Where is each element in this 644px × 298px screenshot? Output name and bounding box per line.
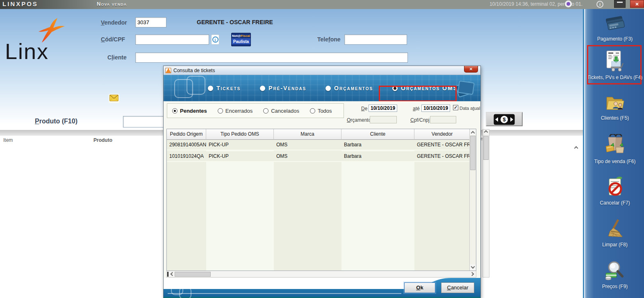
table-header-row: Pedido Origem Tipo Pedido OMS Marca Clie… <box>167 129 470 140</box>
status-filter-group: Pendentes Encerrados Cancelados Todos <box>167 103 344 118</box>
vendedor-name: GERENTE - OSCAR FREIRE <box>197 19 273 25</box>
vendedor-label: Vendedor <box>101 19 127 26</box>
produto-column-header: Produto <box>93 137 112 143</box>
sidebar-item-tipo-de-venda[interactable]: Tipo de venda (F6) <box>585 134 644 164</box>
wallet-icon <box>604 14 626 34</box>
radio-icon <box>260 86 265 91</box>
annotation-box-orcamentos-oms <box>379 86 457 101</box>
scroll-up-icon[interactable] <box>575 144 578 151</box>
dialog-title: Consulta de tickets <box>173 68 215 73</box>
linx-logo: Linx <box>5 39 49 64</box>
tab-pre-vendas[interactable]: Pré-Vendas <box>260 85 306 91</box>
cliente-label: Cliente <box>107 54 127 61</box>
window-titlebar: LINXPOS Nova venda 10/10/2019 14:36, ter… <box>0 0 644 9</box>
scroll-down-icon[interactable] <box>470 264 476 271</box>
date-from-input[interactable] <box>369 105 397 112</box>
broom-icon <box>604 219 626 239</box>
cod-cpf-label: Cód/CPF <box>101 36 125 43</box>
column-header-cliente[interactable]: Cliente <box>341 129 414 140</box>
sidebar-item-cancelar[interactable]: Cancelar (F7) <box>585 176 644 206</box>
decorative-square <box>179 287 191 298</box>
orcamento-input[interactable] <box>370 116 397 123</box>
sidebar-item-clientes[interactable]: Clientes (F5) <box>585 94 644 121</box>
item-column-header: Item <box>3 137 13 143</box>
app-logo: LINXPOS <box>2 0 38 7</box>
cancel-note-icon <box>604 176 626 198</box>
tab-tickets[interactable]: Tickets <box>208 85 241 91</box>
scrollbar-thumb[interactable] <box>470 136 476 170</box>
screen-title: Nova venda <box>97 1 127 7</box>
ate-label: até <box>413 106 420 111</box>
produto-label: Produto (F10) <box>35 118 77 125</box>
money-bill-icon: $ <box>494 114 515 125</box>
radio-icon <box>218 108 223 114</box>
de-label: De <box>361 106 367 111</box>
clients-folder-icon <box>604 94 626 113</box>
sidebar-item-precos[interactable]: Preços (F9) <box>585 260 644 289</box>
radio-icon <box>263 108 269 114</box>
orcamento-label: Orçamento <box>347 117 371 123</box>
tab-orcamentos[interactable]: Orçamentos <box>325 85 373 91</box>
price-search-icon <box>604 260 626 281</box>
dialog-header-band: Tickets Pré-Vendas Orçamentos Orçamentos… <box>164 75 480 101</box>
svg-text:$: $ <box>503 116 506 123</box>
table-horizontal-scrollbar[interactable] <box>166 271 476 278</box>
telefone-input[interactable] <box>344 34 407 45</box>
shopping-bags-icon <box>603 134 626 156</box>
linxpos-screen: LINXPOS Nova venda 10/10/2019 14:36, ter… <box>0 0 644 298</box>
cursor-highlight <box>565 0 572 7</box>
column-header-vendedor[interactable]: Vendedor <box>414 129 470 140</box>
filter-todos[interactable]: Todos <box>310 108 332 114</box>
data-atual-label: Data atual <box>460 106 480 111</box>
cpf-info-icon[interactable]: i <box>211 34 219 45</box>
table-row[interactable]: 29081914005AN PICK-UP OMS Barbara GERENT… <box>167 140 470 150</box>
cliente-input[interactable] <box>135 52 408 63</box>
filter-pendentes[interactable]: Pendentes <box>172 108 207 114</box>
column-header-tipo-pedido-oms[interactable]: Tipo Pedido OMS <box>206 129 274 140</box>
dialog-footer: Ok Cancelar <box>164 278 480 298</box>
nota-fiscal-paulista-badge[interactable]: Not@Fiscal Paulista <box>231 33 251 46</box>
scroll-left-icon[interactable] <box>168 271 175 277</box>
radio-icon <box>208 86 213 91</box>
envelope-icon[interactable] <box>109 94 119 103</box>
telefone-label: Telefone <box>317 36 341 43</box>
data-atual-checkbox[interactable]: ✓ <box>453 105 458 110</box>
ok-button[interactable]: Ok <box>404 282 435 293</box>
scroll-right-icon[interactable] <box>470 271 476 277</box>
results-table: Pedido Origem Tipo Pedido OMS Marca Clie… <box>166 129 476 271</box>
background-list-scrollbar[interactable] <box>482 129 489 278</box>
minimize-button[interactable] <box>614 0 626 8</box>
cod-cpf-input[interactable] <box>135 34 209 45</box>
filter-encerrados[interactable]: Encerrados <box>218 108 253 114</box>
table-row[interactable]: 1010191024QA PICK-UP OMS Barbara GERENTE… <box>167 151 470 162</box>
sidebar-item-pagamento[interactable]: Pagamento (F3) <box>585 14 644 42</box>
decorative-square <box>187 76 205 95</box>
scroll-up-icon[interactable] <box>483 130 489 136</box>
filter-cancelados[interactable]: Cancelados <box>263 108 299 114</box>
sidebar-item-limpar[interactable]: Limpar (F8) <box>585 219 644 248</box>
dialog-titlebar[interactable]: Consulta de tickets ✕ <box>164 66 480 75</box>
radio-icon <box>325 86 331 91</box>
scrollbar-thumb[interactable] <box>175 272 211 277</box>
dialog-icon <box>165 68 171 73</box>
consulta-de-tickets-dialog: Consulta de tickets ✕ Tickets Pré-Vendas… <box>163 66 481 298</box>
annotation-box-tickets-item <box>587 45 642 84</box>
cancel-button[interactable]: Cancelar <box>441 282 474 293</box>
radio-icon <box>310 108 315 114</box>
radio-selected-icon <box>172 108 177 114</box>
table-vertical-scrollbar[interactable] <box>469 129 476 271</box>
scrollbar-thumb[interactable] <box>483 136 489 160</box>
scroll-up-icon[interactable] <box>470 129 476 135</box>
close-window-button[interactable]: ✕ <box>630 0 644 8</box>
column-header-pedido-origem[interactable]: Pedido Origem <box>167 129 206 140</box>
cpf-cnpj-input[interactable] <box>430 116 456 123</box>
money-button[interactable]: $ <box>486 112 523 126</box>
tickets-decorative-icon <box>453 78 476 99</box>
dialog-filter-area: Pendentes Encerrados Cancelados Todos De… <box>164 101 480 129</box>
info-icon[interactable]: i <box>596 1 603 8</box>
vendedor-input[interactable] <box>135 17 166 27</box>
date-to-input[interactable] <box>421 105 450 112</box>
dialog-close-button[interactable]: ✕ <box>464 66 478 73</box>
column-header-marca[interactable]: Marca <box>274 129 341 140</box>
cpf-cnpj-label: Cpf/Cnpj <box>410 117 430 123</box>
